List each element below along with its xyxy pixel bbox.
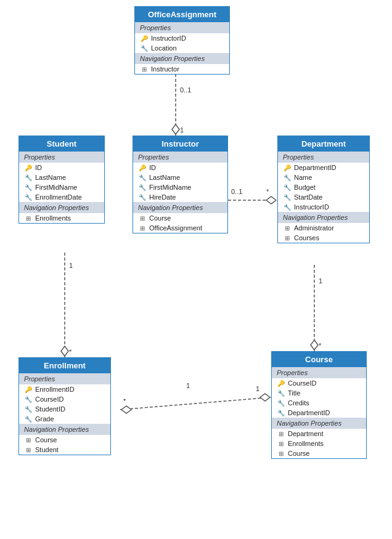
nav-icon: ⊞	[283, 235, 292, 241]
property-course-course: ⊞ Course	[272, 448, 366, 458]
property-dept-instructorid: 🔧 InstructorID	[278, 202, 369, 212]
diagram-container: 0..1 1 1 * 0..1 * 1 * * 1 1 OfficeAssign…	[0, 0, 392, 539]
svg-text:*: *	[123, 397, 126, 405]
property-label: Name	[294, 174, 312, 181]
property-student-id: 🔑 ID	[19, 163, 104, 172]
property-label: InstructorID	[294, 203, 329, 211]
section-header-course-nav: Navigation Properties	[272, 418, 366, 429]
key-icon: 🔑	[138, 164, 147, 171]
property-label: Courses	[294, 234, 319, 241]
wrench-icon: 🔧	[277, 390, 285, 397]
section-header-oa-props: Properties	[135, 22, 229, 33]
svg-marker-9	[266, 197, 276, 204]
property-label: FirstMidName	[35, 184, 77, 191]
entity-header-course: Course	[272, 352, 366, 367]
entity-header-enrollment: Enrollment	[19, 358, 110, 373]
nav-icon: ⊞	[138, 215, 147, 222]
property-label: Enrollments	[35, 214, 71, 222]
property-dept-departmentid: 🔑 DepartmentID	[278, 163, 369, 172]
svg-text:*: *	[319, 342, 322, 349]
property-student-enrollmentdate: 🔧 EnrollmentDate	[19, 192, 104, 202]
property-student-firstmidname: 🔧 FirstMidName	[19, 182, 104, 192]
wrench-icon: 🔧	[283, 204, 292, 211]
property-oa-instructor: ⊞ Instructor	[135, 64, 229, 74]
property-label: InstructorID	[151, 34, 186, 42]
wrench-icon: 🔧	[138, 174, 147, 181]
property-oa-instructorid: 🔑 InstructorID	[135, 33, 229, 43]
section-header-oa-nav: Navigation Properties	[135, 53, 229, 64]
section-header-student-props: Properties	[19, 152, 104, 163]
nav-icon: ⊞	[277, 440, 285, 447]
svg-text:1: 1	[256, 385, 259, 392]
entity-header-officeassignment: OfficeAssignment	[135, 7, 229, 22]
svg-marker-18	[121, 406, 131, 413]
property-label: Enrollments	[288, 440, 324, 447]
svg-text:0..1: 0..1	[231, 188, 242, 195]
wrench-icon: 🔧	[138, 194, 147, 201]
wrench-icon: 🔧	[24, 416, 33, 423]
wrench-icon: 🔧	[24, 184, 33, 191]
property-label: EnrollmentID	[35, 386, 75, 393]
section-header-student-nav: Navigation Properties	[19, 202, 104, 213]
property-enroll-enrollmentid: 🔑 EnrollmentID	[19, 384, 110, 394]
property-course-credits: 🔧 Credits	[272, 398, 366, 408]
property-label: CourseID	[288, 379, 316, 387]
section-header-enroll-nav: Navigation Properties	[19, 424, 110, 435]
section-header-inst-props: Properties	[133, 152, 227, 163]
property-course-courseid: 🔑 CourseID	[272, 378, 366, 388]
property-label: StudentID	[35, 405, 65, 413]
property-label: LastName	[149, 174, 180, 181]
key-icon: 🔑	[277, 380, 285, 387]
wrench-icon: 🔧	[24, 174, 33, 181]
svg-text:1: 1	[186, 382, 190, 389]
property-inst-firstmidname: 🔧 FirstMidName	[133, 182, 227, 192]
nav-icon: ⊞	[277, 431, 285, 437]
nav-icon: ⊞	[277, 450, 285, 457]
section-header-inst-nav: Navigation Properties	[133, 202, 227, 213]
property-course-title: 🔧 Title	[272, 388, 366, 398]
property-enroll-grade: 🔧 Grade	[19, 414, 110, 424]
property-label: ID	[35, 164, 42, 171]
property-label: Budget	[294, 184, 316, 191]
property-label: DepartmentID	[294, 164, 336, 171]
svg-text:1: 1	[319, 277, 322, 285]
property-course-departmentid: 🔧 DepartmentID	[272, 408, 366, 418]
entity-header-department: Department	[278, 136, 369, 152]
property-label: Instructor	[151, 65, 179, 73]
entity-student: Student Properties 🔑 ID 🔧 LastName 🔧 Fir…	[18, 136, 105, 224]
svg-text:*: *	[266, 188, 269, 195]
property-label: Administrator	[294, 224, 334, 232]
property-enroll-course: ⊞ Course	[19, 435, 110, 445]
wrench-icon: 🔧	[24, 396, 33, 403]
key-icon: 🔑	[283, 164, 292, 171]
nav-icon: ⊞	[140, 66, 149, 73]
property-dept-budget: 🔧 Budget	[278, 182, 369, 192]
entity-officeassignment: OfficeAssignment Properties 🔑 Instructor…	[134, 6, 230, 75]
section-header-course-props: Properties	[272, 367, 366, 378]
entity-header-instructor: Instructor	[133, 136, 227, 152]
wrench-icon: 🔧	[283, 184, 292, 191]
wrench-icon: 🔧	[24, 194, 33, 201]
property-label: Title	[288, 389, 300, 397]
property-inst-course: ⊞ Course	[133, 213, 227, 223]
property-course-department: ⊞ Department	[272, 429, 366, 439]
property-label: Course	[288, 450, 309, 457]
property-label: FirstMidName	[149, 184, 191, 191]
wrench-icon: 🔧	[283, 194, 292, 201]
property-inst-hiredate: 🔧 HireDate	[133, 192, 227, 202]
svg-marker-1	[172, 124, 179, 134]
entity-header-student: Student	[19, 136, 104, 152]
entity-instructor: Instructor Properties 🔑 ID 🔧 LastName 🔧 …	[133, 136, 228, 233]
property-label: Grade	[35, 415, 54, 423]
wrench-icon: 🔧	[138, 184, 147, 191]
section-header-enroll-props: Properties	[19, 373, 110, 384]
nav-icon: ⊞	[24, 437, 33, 444]
svg-text:*: *	[69, 348, 72, 355]
svg-text:1: 1	[180, 126, 184, 134]
property-label: Department	[288, 430, 323, 437]
svg-line-16	[120, 397, 271, 410]
svg-text:1: 1	[69, 262, 73, 269]
property-label: HireDate	[149, 193, 176, 201]
nav-icon: ⊞	[283, 225, 292, 232]
entity-enrollment: Enrollment Properties 🔑 EnrollmentID 🔧 C…	[18, 357, 111, 455]
